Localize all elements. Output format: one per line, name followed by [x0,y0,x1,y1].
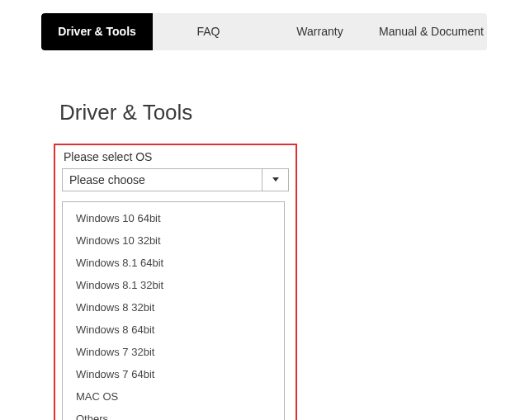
os-option[interactable]: Windows 8 64bit [63,319,284,341]
caret-down-icon [272,177,279,182]
os-option[interactable]: Windows 10 32bit [63,229,284,252]
os-select[interactable]: Please choose [62,168,289,191]
os-option[interactable]: MAC OS [63,385,284,408]
tab-warranty[interactable]: Warranty [264,13,376,50]
tab-faq[interactable]: FAQ [153,13,264,50]
os-option[interactable]: Others [63,408,284,420]
os-select-highlight-box: Please select OS Please choose Windows 1… [54,144,297,420]
os-option[interactable]: Windows 10 64bit [63,207,284,229]
os-option[interactable]: Windows 7 64bit [63,363,284,385]
tab-driver-tools[interactable]: Driver & Tools [41,13,153,50]
os-select-value: Please choose [62,168,262,191]
os-option[interactable]: Windows 8 32bit [63,296,284,319]
tab-bar: Driver & Tools FAQ Warranty Manual & Doc… [41,13,487,50]
os-option[interactable]: Windows 8.1 64bit [63,252,284,274]
os-select-arrow-button[interactable] [262,168,289,191]
os-select-label: Please select OS [62,149,289,168]
os-option[interactable]: Windows 8.1 32bit [63,274,284,296]
page-title: Driver & Tools [59,100,489,125]
os-option[interactable]: Windows 7 32bit [63,341,284,363]
tab-manual-document[interactable]: Manual & Document [376,13,487,50]
os-dropdown-list: Windows 10 64bit Windows 10 32bit Window… [62,201,285,420]
